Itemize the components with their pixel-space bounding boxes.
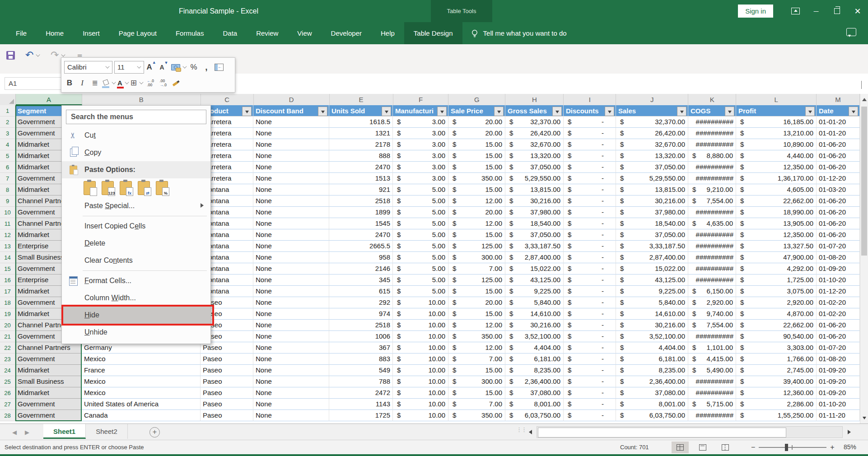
cell-M28[interactable]: 01-11-20: [817, 410, 860, 421]
cell-L19[interactable]: $4,870.00: [736, 308, 817, 320]
cell-M10[interactable]: 01-06-20: [817, 207, 860, 218]
cell-F17[interactable]: $5.00: [393, 286, 448, 297]
cell-D15[interactable]: None: [253, 263, 329, 275]
cell-B28[interactable]: Canada: [82, 410, 201, 421]
bold-button[interactable]: B: [64, 77, 75, 89]
column-header-letter-A[interactable]: A: [16, 94, 82, 105]
cell-B24[interactable]: France: [82, 365, 201, 376]
row-header-3[interactable]: 3: [0, 128, 15, 139]
close-button[interactable]: ✕: [847, 0, 868, 22]
cell-D20[interactable]: None: [253, 320, 329, 331]
cell-I14[interactable]: $-: [564, 252, 616, 263]
decrease-decimal-button[interactable]: .00→.0: [158, 77, 168, 89]
comment-icon[interactable]: [846, 28, 856, 36]
cell-I27[interactable]: $-: [564, 399, 616, 410]
cell-E2[interactable]: 1618.5: [329, 116, 393, 128]
cell-J12[interactable]: $37,050.00: [616, 229, 688, 241]
menu-item-hide[interactable]: Hide: [62, 307, 210, 324]
cell-D10[interactable]: None: [253, 207, 329, 218]
cell-E25[interactable]: 788: [329, 376, 393, 387]
cell-F14[interactable]: $5.00: [393, 252, 448, 263]
cell-J15[interactable]: $15,022.00: [616, 263, 688, 275]
cell-H6[interactable]: $37,050.00: [505, 162, 564, 173]
cell-K14[interactable]: ##########: [688, 252, 736, 263]
ribbon-tab-help[interactable]: Help: [371, 22, 404, 44]
cell-K12[interactable]: ##########: [688, 229, 736, 241]
cell-D3[interactable]: None: [253, 128, 329, 139]
cell-E14[interactable]: 958: [329, 252, 393, 263]
cell-M5[interactable]: 01-06-20: [817, 150, 860, 162]
cell-K5[interactable]: $8,880.00: [688, 150, 736, 162]
ribbon-tab-developer[interactable]: Developer: [322, 22, 371, 44]
cell-D17[interactable]: None: [253, 286, 329, 297]
cell-I11[interactable]: $-: [564, 218, 616, 229]
cell-E24[interactable]: 549: [329, 365, 393, 376]
cell-G19[interactable]: $15.00: [448, 308, 505, 320]
filter-button-j[interactable]: [677, 107, 686, 116]
cell-I16[interactable]: $-: [564, 275, 616, 286]
cell-H26[interactable]: $37,080.00: [505, 387, 564, 399]
cell-H8[interactable]: $13,815.00: [505, 184, 564, 195]
cell-L28[interactable]: $1,55,250.00: [736, 410, 817, 421]
cell-H28[interactable]: $6,03,750.00: [505, 410, 564, 421]
cell-I23[interactable]: $-: [564, 354, 616, 365]
sheet-tab-sheet2[interactable]: Sheet2: [86, 424, 128, 439]
cell-L17[interactable]: $3,075.00: [736, 286, 817, 297]
cell-E9[interactable]: 2518: [329, 195, 393, 207]
cell-F10[interactable]: $5.00: [393, 207, 448, 218]
vertical-scrollbar-thumb[interactable]: [861, 107, 867, 256]
cell-H22[interactable]: $4,404.00: [505, 342, 564, 354]
cell-M26[interactable]: 01-09-20: [817, 387, 860, 399]
cell-M18[interactable]: 01-02-20: [817, 297, 860, 308]
filter-button-h[interactable]: [552, 107, 562, 116]
cell-D13[interactable]: None: [253, 241, 329, 252]
menu-search-input[interactable]: [66, 110, 206, 124]
cell-E3[interactable]: 1321: [329, 128, 393, 139]
cell-L10[interactable]: $18,990.00: [736, 207, 817, 218]
column-header-cogs[interactable]: COGS: [688, 105, 736, 116]
cell-H24[interactable]: $8,235.00: [505, 365, 564, 376]
cell-G28[interactable]: $350.00: [448, 410, 505, 421]
cell-L4[interactable]: $10,890.00: [736, 139, 817, 150]
cell-F21[interactable]: $10.00: [393, 331, 448, 342]
zoom-in-button[interactable]: +: [826, 443, 838, 451]
column-header-sale-price[interactable]: Sale Price: [448, 105, 505, 116]
cell-I10[interactable]: $-: [564, 207, 616, 218]
row-header-15[interactable]: 15: [0, 263, 15, 275]
menu-item-delete[interactable]: Delete: [62, 235, 210, 252]
cell-I28[interactable]: $-: [564, 410, 616, 421]
cell-A23[interactable]: Government: [15, 354, 82, 365]
cell-F28[interactable]: $10.00: [393, 410, 448, 421]
menu-item-copy[interactable]: Copy: [62, 144, 210, 161]
cell-A25[interactable]: Small Business: [15, 376, 82, 387]
cell-I12[interactable]: $-: [564, 229, 616, 241]
zoom-percentage[interactable]: 85%: [844, 440, 856, 454]
ribbon-tab-page-layout[interactable]: Page Layout: [109, 22, 166, 44]
cell-I9[interactable]: $-: [564, 195, 616, 207]
cell-K2[interactable]: ##########: [688, 116, 736, 128]
cell-B26[interactable]: Mexico: [82, 387, 201, 399]
cell-C27[interactable]: Paseo: [201, 399, 253, 410]
cell-H9[interactable]: $30,216.00: [505, 195, 564, 207]
cell-A24[interactable]: Midmarket: [15, 365, 82, 376]
cell-J21[interactable]: $3,52,100.00: [616, 331, 688, 342]
menu-item-cut[interactable]: ✂Cut: [62, 127, 210, 144]
cell-I20[interactable]: $-: [564, 320, 616, 331]
cell-L2[interactable]: $16,185.00: [736, 116, 817, 128]
cell-J8[interactable]: $13,815.00: [616, 184, 688, 195]
cell-E6[interactable]: 2470: [329, 162, 393, 173]
horizontal-scrollbar-thumb[interactable]: [538, 428, 786, 437]
cell-D22[interactable]: None: [253, 342, 329, 354]
row-header-14[interactable]: 14: [0, 252, 15, 263]
cell-L5[interactable]: $4,440.00: [736, 150, 817, 162]
cell-L7[interactable]: $1,36,170.00: [736, 173, 817, 184]
cell-M3[interactable]: 01-01-20: [817, 128, 860, 139]
cell-L11[interactable]: $13,905.00: [736, 218, 817, 229]
column-header-letter-C[interactable]: C: [201, 94, 254, 105]
cell-H17[interactable]: $9,225.00: [505, 286, 564, 297]
paste-formatting-icon[interactable]: %: [156, 181, 168, 195]
cell-D26[interactable]: None: [253, 387, 329, 399]
cell-J4[interactable]: $32,670.00: [616, 139, 688, 150]
cell-H3[interactable]: $26,420.00: [505, 128, 564, 139]
cell-H2[interactable]: $32,370.00: [505, 116, 564, 128]
